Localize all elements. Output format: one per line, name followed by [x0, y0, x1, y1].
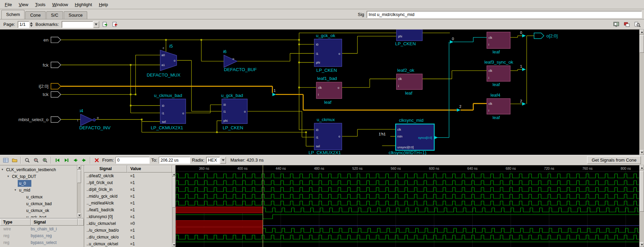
signal-list-icon[interactable] [2, 156, 10, 164]
pan-left-icon[interactable] [71, 156, 79, 164]
port-en[interactable]: en [44, 37, 61, 43]
page-spinner[interactable]: 1/1 [18, 21, 33, 28]
tree-item-u_gck_bad[interactable]: u_gck_bad [0, 214, 84, 217]
svg-text:LP_CKEN: LP_CKEN [395, 41, 416, 46]
svg-text:o: o [338, 135, 340, 138]
zoom-page-icon[interactable] [633, 20, 641, 28]
open-folder-icon[interactable] [11, 156, 18, 164]
pan-right-icon[interactable] [80, 156, 88, 164]
tree-item-CK_top_DUT[interactable]: ▼CK_top_DUT [0, 173, 84, 180]
signal-row[interactable]: ..id/unsynci [0]=1 [84, 213, 172, 220]
signal-row[interactable]: ..d/leaf2_ok/clk=1 [84, 172, 172, 179]
waveform-canvas[interactable]: 360 ns400 ns440 ns480 ns520 ns560 ns600 … [176, 165, 639, 247]
get-signals-from-cone-button[interactable]: Get Signals from Cone [587, 156, 641, 164]
zoom-out-icon[interactable] [32, 156, 40, 164]
port-fck[interactable]: fck [43, 62, 61, 68]
signal-row[interactable]: ..u_ckmux_ok/sel=1 [84, 241, 172, 247]
compare-windows-icon[interactable] [623, 20, 631, 28]
scroll-down-icon[interactable] [172, 243, 175, 247]
bookmarks-dropdown-button[interactable] [93, 21, 99, 28]
menu-tools[interactable]: Tools [32, 1, 49, 9]
schematic-vscrollbar[interactable] [639, 30, 644, 155]
radix-dropdown-button[interactable] [220, 157, 226, 164]
tree-item-u_0[interactable]: u_0 [0, 180, 84, 187]
wave-signal-column-header[interactable]: Signal [84, 165, 127, 172]
tab-schem[interactable]: Schem [1, 10, 25, 19]
scroll-thumb[interactable] [640, 171, 644, 212]
zoom-fit-icon[interactable] [23, 156, 31, 164]
tab-cone[interactable]: Cone [25, 11, 45, 19]
tab-s-c[interactable]: S/C [46, 11, 63, 19]
port-mbist_select_o[interactable]: mbist_select_o [18, 117, 61, 122]
table-row[interactable]: regbypass_reg [0, 232, 84, 239]
tree-item-u_ckmux_ok[interactable]: u_ckmux_ok [0, 207, 84, 214]
expander-icon[interactable]: ▼ [0, 166, 5, 173]
svg-text:800 ns: 800 ns [620, 167, 631, 170]
menu-window[interactable]: Window [49, 1, 71, 9]
scroll-thumb[interactable] [640, 35, 644, 53]
wave-vscrollbar[interactable] [639, 165, 644, 247]
signal-row[interactable]: ..d/pll_0/clk_in=1 [84, 186, 172, 193]
tab-source[interactable]: Source [64, 11, 87, 19]
signal-row[interactable]: ../pll_0/clk_out=1 [84, 179, 172, 186]
page-down-icon[interactable] [30, 25, 33, 27]
signal-row[interactable]: ..d/u_ckmux_ok/o=1 [84, 234, 172, 241]
sig-input[interactable] [367, 11, 642, 18]
delete-icon[interactable] [93, 156, 101, 164]
scroll-thumb[interactable] [172, 177, 175, 208]
scroll-down-icon[interactable] [77, 213, 81, 217]
goto-start-icon[interactable] [53, 156, 61, 164]
svg-text:760 ns: 760 ns [582, 167, 593, 170]
scroll-thumb[interactable] [77, 170, 81, 183]
menu-help[interactable]: Help [95, 1, 111, 9]
scroll-up-icon[interactable] [77, 165, 81, 169]
waveform-toolbar: From: To: Radix: HEX Marker: 420.3 ns Ge… [0, 155, 644, 165]
goto-end-icon[interactable] [62, 156, 70, 164]
zoom-in-icon[interactable] [41, 156, 49, 164]
signal-row[interactable]: ..mid/u_gck_ok/d=1 [84, 193, 172, 200]
tree-item-u_ckmux[interactable]: u_ckmux [0, 194, 84, 200]
scroll-down-icon[interactable] [640, 242, 644, 247]
bookmarks-combo[interactable] [62, 21, 99, 28]
radix-combo[interactable]: HEX [206, 157, 226, 164]
tree-item-u_mid[interactable]: ▼u_mid [0, 187, 84, 194]
scroll-up-icon[interactable] [172, 172, 175, 176]
signal-vscrollbar[interactable] [172, 172, 175, 247]
svg-text:480 ns: 480 ns [314, 167, 324, 170]
tree-item-u_ckmux_bad[interactable]: u_ckmux_bad [0, 200, 84, 207]
tab-bar: SchemConeS/CSource Sig [0, 9, 644, 19]
to-input[interactable] [159, 157, 190, 164]
table-row[interactable]: wirebs_chain_tdi_i [0, 226, 84, 232]
menu-highlight[interactable]: Highlight [72, 1, 96, 9]
signal-row[interactable]: .._mid/leaf4/clk=1 [84, 200, 172, 207]
expander-icon[interactable]: ▼ [13, 187, 18, 194]
menu-view[interactable]: View [15, 1, 32, 9]
expander-icon[interactable]: ▼ [6, 173, 11, 180]
signal-row[interactable]: ..id/u_ckmux/sel=0 [84, 220, 172, 227]
scroll-up-icon[interactable] [640, 30, 644, 34]
wave-value-column-header[interactable]: Value [127, 165, 172, 172]
tree-item-CLK_verification_testbench[interactable]: ▼CLK_verification_testbench [0, 166, 84, 173]
scroll-up-icon[interactable] [640, 165, 644, 170]
svg-text:phi: phi [398, 35, 402, 38]
bookmarks-value [62, 21, 93, 28]
add-bookmark-icon[interactable] [101, 20, 109, 28]
menu-file[interactable]: File [1, 1, 15, 9]
snapshot-icon[interactable] [612, 20, 620, 28]
page-value: 1/1 [18, 21, 29, 28]
signal-column-header[interactable]: Signal [31, 219, 78, 226]
svg-text:680 ns: 680 ns [506, 167, 516, 170]
tree-vscrollbar[interactable] [77, 165, 81, 217]
scroll-down-icon[interactable] [640, 150, 644, 155]
signal-row[interactable]: ../u_ckmux_bad/o=1 [84, 227, 172, 234]
page-up-icon[interactable] [30, 22, 33, 24]
signal-row[interactable]: ../leaf1_bad/clk=1 [84, 207, 172, 213]
table-row[interactable]: regbypass_select [0, 239, 84, 246]
type-column-header[interactable]: Type [0, 219, 31, 226]
port-tck[interactable]: tck [43, 92, 61, 97]
svg-text:phi: phi [224, 119, 228, 122]
remove-bookmark-icon[interactable] [111, 20, 119, 28]
svg-text:520 ns: 520 ns [352, 167, 363, 170]
schematic-canvas[interactable]: enfcki[2:0]tckmbist_select_oo[2:0]i5DEFA… [0, 30, 639, 155]
from-input[interactable] [116, 157, 150, 164]
